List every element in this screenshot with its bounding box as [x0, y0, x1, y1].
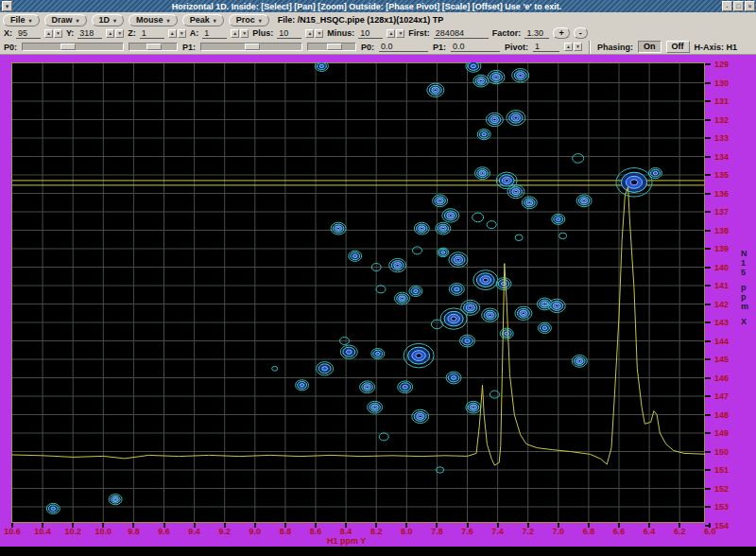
contour-peak: [548, 299, 565, 312]
x-tick-label: 7.0: [546, 527, 571, 536]
z-spin-down-button[interactable]: ▼: [178, 29, 186, 38]
menu-button-label: Mouse: [136, 15, 163, 25]
z-field[interactable]: 1: [140, 28, 164, 39]
plus-spin-up-button[interactable]: ▲: [305, 29, 314, 38]
pivot-field[interactable]: 1: [533, 42, 559, 52]
x-tick-label: 10.4: [30, 527, 55, 536]
contour-peak: [440, 308, 467, 329]
window-menu-button[interactable]: ▾: [2, 1, 12, 11]
y-tick-label: 142: [714, 300, 729, 309]
contour-peak: [317, 362, 334, 375]
menu-button-proc[interactable]: Proc▾: [229, 14, 269, 26]
y-tick-mark: [705, 414, 711, 416]
a-spin-up-button[interactable]: ▲: [231, 29, 239, 38]
a-field[interactable]: 1: [202, 28, 227, 39]
p0-field[interactable]: 0.0: [379, 42, 428, 52]
p1-field-label: P1:: [433, 43, 446, 52]
close-button[interactable]: ×: [745, 1, 755, 11]
maximize-button[interactable]: □: [733, 1, 744, 11]
y-tick-mark: [705, 340, 711, 342]
x-tick-label: 6.8: [576, 527, 601, 536]
y-tick-mark: [705, 137, 711, 139]
y-field[interactable]: 318: [77, 28, 102, 39]
p0-coarse-slider-thumb[interactable]: [60, 43, 76, 50]
y-tick-mark: [705, 285, 711, 287]
y-axis-title-char: N: [741, 249, 747, 258]
phasing-on-button[interactable]: On: [638, 41, 662, 53]
y-tick-label: 144: [714, 337, 729, 346]
contour-peak: [436, 222, 451, 235]
phasing-label: Phasing:: [597, 43, 633, 52]
y-tick-label: 139: [714, 244, 729, 253]
menu-button-peak[interactable]: Peak▾: [182, 14, 224, 26]
z-spins: ▲▼: [168, 29, 186, 38]
a-spin-down-button[interactable]: ▼: [240, 29, 249, 38]
x-field[interactable]: 95: [16, 28, 41, 39]
z-spin-up-button[interactable]: ▲: [168, 29, 177, 38]
minus-spin-down-button[interactable]: ▼: [396, 29, 404, 38]
menu-button-draw[interactable]: Draw▾: [44, 14, 87, 26]
contour-peak: [500, 328, 513, 339]
p1-fine-slider[interactable]: [307, 43, 356, 51]
y-tick-mark: [705, 321, 711, 323]
chevron-down-icon: ▾: [29, 17, 32, 24]
y-spin-up-button[interactable]: ▲: [106, 29, 114, 38]
chevron-down-icon: ▾: [259, 17, 262, 24]
menu-button-file[interactable]: File▾: [3, 14, 40, 26]
plus-field[interactable]: 10: [277, 28, 301, 39]
contour-peak: [477, 130, 490, 140]
minimize-button[interactable]: -: [722, 1, 732, 11]
factor-minus-button[interactable]: -: [574, 27, 588, 39]
x-spin-up-button[interactable]: ▲: [44, 29, 53, 38]
contour-peak: [360, 381, 375, 393]
contour-peak: [466, 401, 481, 413]
minus-spin-up-button[interactable]: ▲: [387, 29, 395, 38]
phasing-row: P0: P1: P0: 0.0 P1: 0.0 Pivot: 1 ▲▼ Phas…: [0, 40, 756, 55]
y-tick-mark: [705, 451, 711, 453]
x-tick-label: 8.2: [364, 527, 388, 536]
p0-fine-slider-thumb[interactable]: [146, 43, 162, 50]
y-axis-title-char: 1: [741, 258, 746, 268]
contour-peak: [449, 252, 468, 268]
menu-button-1d[interactable]: 1D▾: [92, 14, 125, 26]
x-spin-down-button[interactable]: ▼: [54, 29, 62, 38]
phasing-off-button[interactable]: Off: [666, 41, 690, 53]
y-tick-mark: [705, 525, 711, 527]
y-tick-label: 143: [714, 318, 729, 327]
p1-field[interactable]: 0.0: [451, 42, 500, 52]
p1-coarse-slider-thumb[interactable]: [245, 43, 260, 50]
x-tick-label: 9.6: [152, 527, 177, 536]
x-tick-label: 9.0: [243, 527, 267, 536]
plus-spin-down-button[interactable]: ▼: [315, 29, 323, 38]
y-axis-title-char: 5: [741, 268, 746, 277]
x-tick-label: 7.8: [424, 527, 449, 536]
spectrum-canvas[interactable]: [11, 62, 705, 523]
minus-field[interactable]: 10: [358, 28, 383, 39]
y-tick-mark: [705, 432, 711, 434]
x-tick-label: 7.2: [516, 527, 541, 536]
p0-coarse-slider[interactable]: [22, 43, 124, 51]
contour-peak: [404, 343, 434, 368]
factor-field[interactable]: 1.30: [524, 28, 549, 39]
contour-peak: [507, 184, 524, 198]
pivot-spin-down-button[interactable]: ▼: [574, 43, 582, 51]
contour-peak: [409, 286, 422, 296]
y-spin-down-button[interactable]: ▼: [115, 29, 124, 38]
y-axis-title-char: p: [741, 292, 747, 302]
y-tick-label: 129: [714, 60, 729, 69]
factor-plus-button[interactable]: +: [553, 27, 569, 39]
first-field[interactable]: 284084: [434, 28, 489, 39]
a-spins: ▲▼: [231, 29, 249, 38]
p1-coarse-slider[interactable]: [200, 43, 302, 51]
p1-fine-slider-thumb[interactable]: [327, 43, 342, 50]
haxis-label: H-Axis: H1: [695, 43, 738, 52]
contour-peak: [46, 503, 60, 513]
window-titlebar[interactable]: ▾ Horizontal 1D. Inside: [Select] [Pan] …: [0, 0, 756, 12]
y-tick-mark: [705, 211, 711, 213]
menu-button-mouse[interactable]: Mouse▾: [129, 14, 178, 26]
plot-frame: H1 ppm Y 10.610.410.210.09.89.69.49.29.0…: [0, 55, 756, 556]
p0-fine-slider[interactable]: [129, 43, 178, 51]
pivot-spin-up-button[interactable]: ▲: [564, 43, 573, 51]
contour-peak: [395, 292, 410, 304]
minus-label: Minus:: [327, 28, 354, 38]
